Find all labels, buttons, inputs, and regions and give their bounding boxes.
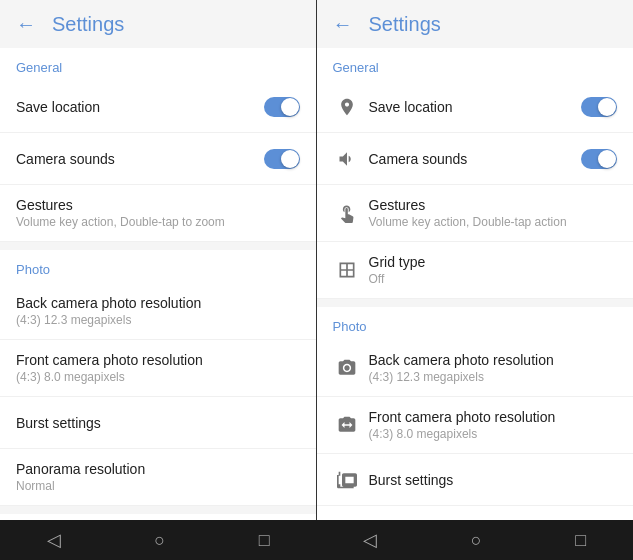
volume-icon (333, 149, 361, 169)
right-panorama-item[interactable]: Panorama resolution Normal (317, 506, 634, 520)
right-front-resolution-text: Front camera photo resolution (4:3) 8.0 … (369, 409, 618, 441)
right-save-location-knob (598, 98, 616, 116)
left-gestures-subtitle: Volume key action, Double-tap to zoom (16, 215, 300, 229)
left-front-resolution-item[interactable]: Front camera photo resolution (4:3) 8.0 … (0, 340, 316, 397)
right-grid-subtitle: Off (369, 272, 618, 286)
right-gestures-text: Gestures Volume key action, Double-tap a… (369, 197, 618, 229)
left-settings-content: General Save location Camera sounds (0, 48, 316, 520)
right-back-button[interactable]: ← (333, 13, 353, 36)
left-divider-2 (0, 506, 316, 514)
left-nav-home[interactable]: ○ (154, 530, 165, 551)
right-camera-sounds-title: Camera sounds (369, 151, 582, 167)
left-burst-title: Burst settings (16, 415, 300, 431)
left-panorama-subtitle: Normal (16, 479, 300, 493)
left-camera-sounds-text: Camera sounds (16, 151, 264, 167)
right-burst-text: Burst settings (369, 472, 618, 488)
left-front-resolution-title: Front camera photo resolution (16, 352, 300, 368)
left-save-location-item[interactable]: Save location (0, 81, 316, 133)
right-header: ← Settings (317, 0, 634, 48)
grid-icon (333, 260, 361, 280)
right-burst-title: Burst settings (369, 472, 618, 488)
left-nav-bar: ◁ ○ □ (0, 520, 317, 560)
left-panel-wrapper: ← Settings General Save location Camera … (0, 0, 317, 560)
left-settings-panel: ← Settings General Save location Camera … (0, 0, 317, 520)
right-photo-label: Photo (317, 307, 634, 340)
left-panorama-text: Panorama resolution Normal (16, 461, 300, 493)
left-save-location-text: Save location (16, 99, 264, 115)
left-front-resolution-text: Front camera photo resolution (4:3) 8.0 … (16, 352, 300, 384)
right-grid-title: Grid type (369, 254, 618, 270)
right-front-resolution-item[interactable]: Front camera photo resolution (4:3) 8.0 … (317, 397, 634, 454)
right-settings-content: General Save location Camera sounds (317, 48, 634, 520)
left-camera-sounds-toggle[interactable] (264, 149, 300, 169)
right-back-resolution-item[interactable]: Back camera photo resolution (4:3) 12.3 … (317, 340, 634, 397)
right-gestures-item[interactable]: Gestures Volume key action, Double-tap a… (317, 185, 634, 242)
left-general-label: General (0, 48, 316, 81)
right-settings-panel: ← Settings General Save location (317, 0, 634, 520)
right-nav-bar: ◁ ○ □ (317, 520, 634, 560)
left-gestures-text: Gestures Volume key action, Double-tap t… (16, 197, 300, 229)
right-front-resolution-subtitle: (4:3) 8.0 megapixels (369, 427, 618, 441)
right-grid-item[interactable]: Grid type Off (317, 242, 634, 299)
right-back-resolution-text: Back camera photo resolution (4:3) 12.3 … (369, 352, 618, 384)
right-save-location-title: Save location (369, 99, 582, 115)
location-icon (333, 97, 361, 117)
left-panorama-item[interactable]: Panorama resolution Normal (0, 449, 316, 506)
left-camera-sounds-item[interactable]: Camera sounds (0, 133, 316, 185)
front-camera-icon (333, 415, 361, 435)
right-save-location-text: Save location (369, 99, 582, 115)
right-gestures-title: Gestures (369, 197, 618, 213)
right-nav-home[interactable]: ○ (471, 530, 482, 551)
right-nav-back[interactable]: ◁ (363, 529, 377, 551)
left-back-resolution-title: Back camera photo resolution (16, 295, 300, 311)
right-back-resolution-subtitle: (4:3) 12.3 megapixels (369, 370, 618, 384)
right-burst-item[interactable]: Burst settings (317, 454, 634, 506)
right-camera-sounds-item[interactable]: Camera sounds (317, 133, 634, 185)
left-photo-label: Photo (0, 250, 316, 283)
left-nav-back[interactable]: ◁ (47, 529, 61, 551)
right-front-resolution-title: Front camera photo resolution (369, 409, 618, 425)
left-header: ← Settings (0, 0, 316, 48)
burst-icon (333, 470, 361, 490)
left-save-location-title: Save location (16, 99, 264, 115)
right-camera-sounds-text: Camera sounds (369, 151, 582, 167)
left-save-location-toggle[interactable] (264, 97, 300, 117)
left-gestures-item[interactable]: Gestures Volume key action, Double-tap t… (0, 185, 316, 242)
right-gestures-subtitle: Volume key action, Double-tap action (369, 215, 618, 229)
left-camera-sounds-knob (281, 150, 299, 168)
right-save-location-item[interactable]: Save location (317, 81, 634, 133)
gesture-icon (333, 203, 361, 223)
left-back-button[interactable]: ← (16, 13, 36, 36)
left-panorama-title: Panorama resolution (16, 461, 300, 477)
right-nav-recent[interactable]: □ (575, 530, 586, 551)
left-header-title: Settings (52, 13, 124, 36)
left-back-resolution-item[interactable]: Back camera photo resolution (4:3) 12.3 … (0, 283, 316, 340)
left-nav-recent[interactable]: □ (259, 530, 270, 551)
left-save-location-knob (281, 98, 299, 116)
left-back-resolution-text: Back camera photo resolution (4:3) 12.3 … (16, 295, 300, 327)
left-back-resolution-subtitle: (4:3) 12.3 megapixels (16, 313, 300, 327)
left-burst-item[interactable]: Burst settings (0, 397, 316, 449)
left-front-resolution-subtitle: (4:3) 8.0 megapixels (16, 370, 300, 384)
camera-icon (333, 358, 361, 378)
right-header-title: Settings (369, 13, 441, 36)
right-back-resolution-title: Back camera photo resolution (369, 352, 618, 368)
left-camera-sounds-title: Camera sounds (16, 151, 264, 167)
right-divider-1 (317, 299, 634, 307)
right-general-label: General (317, 48, 634, 81)
right-camera-sounds-knob (598, 150, 616, 168)
right-panel-wrapper: ← Settings General Save location (317, 0, 634, 560)
left-burst-text: Burst settings (16, 415, 300, 431)
right-save-location-toggle[interactable] (581, 97, 617, 117)
right-camera-sounds-toggle[interactable] (581, 149, 617, 169)
left-divider-1 (0, 242, 316, 250)
left-gestures-title: Gestures (16, 197, 300, 213)
right-grid-text: Grid type Off (369, 254, 618, 286)
